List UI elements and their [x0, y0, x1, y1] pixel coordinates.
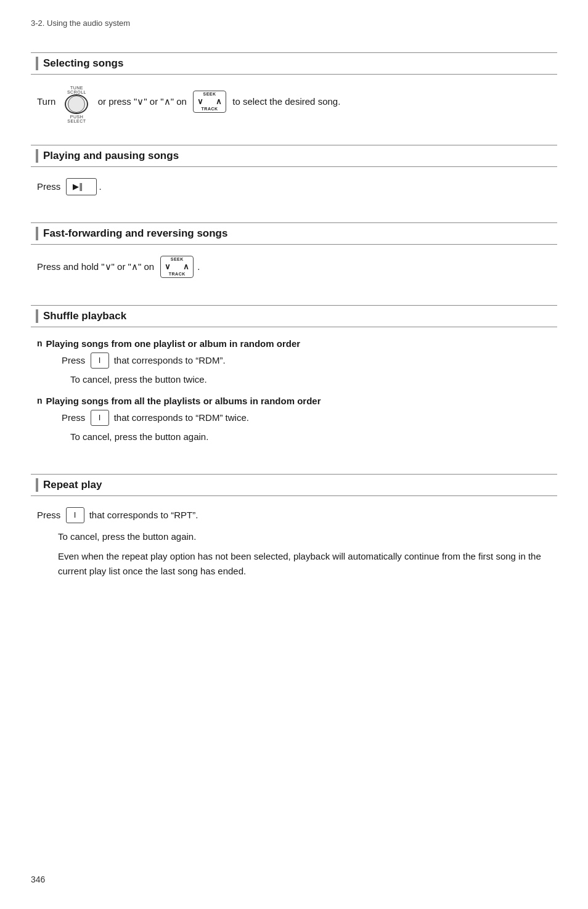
- press-hold-label: Press and hold: [37, 259, 99, 274]
- section-accent: [36, 57, 38, 70]
- section-accent-5: [36, 478, 38, 492]
- seek-label: SEEK: [203, 92, 216, 97]
- section-accent-4: [36, 309, 38, 323]
- section-repeat-play: Repeat play Press I that corresponds to …: [31, 474, 557, 590]
- arrow-down-ff: ∨: [165, 262, 171, 272]
- bullet-n-1: n: [37, 338, 43, 348]
- repeat-press-line: Press I that corresponds to “RPT”.: [37, 507, 551, 523]
- suffix-ff: .: [197, 259, 200, 274]
- track-label-ff: TRACK: [169, 272, 186, 277]
- section-header-repeat: Repeat play: [31, 474, 557, 496]
- section-accent-3: [36, 227, 38, 240]
- n-item-1-body: Press I that corresponds to “RDM”. To ca…: [37, 353, 551, 387]
- bullet-n-2: n: [37, 396, 43, 406]
- seek-track-inner: SEEK ∨ ∧ TRACK: [197, 92, 222, 112]
- or-text-1: or: [98, 94, 106, 109]
- on-text-1: on: [176, 94, 187, 109]
- seek-track-button: SEEK ∨ ∧ TRACK: [193, 91, 226, 113]
- repeat-note: Even when the repeat play option has not…: [37, 549, 551, 579]
- corresponds-rpt: that corresponds to “RPT”.: [89, 508, 198, 523]
- n-item-2: n Playing songs from all the playlists o…: [37, 396, 551, 444]
- seek-track-arrows: ∨ ∧: [197, 97, 222, 107]
- play-pause-symbol: ▶‖: [73, 181, 83, 194]
- section-header-ff: Fast-forwarding and reversing songs: [31, 222, 557, 245]
- section-title-repeat: Repeat play: [43, 479, 102, 491]
- press-shuffle-1: Press: [62, 353, 85, 368]
- n-item-1-title: Playing songs from one playlist or album…: [46, 338, 301, 349]
- section-header-playing: Playing and pausing songs: [31, 145, 557, 167]
- tune-knob-bottom-label: PUSHSELECT: [67, 115, 86, 123]
- seek-label-ff: SEEK: [171, 257, 184, 262]
- quote-up-ff: "∧": [128, 259, 142, 274]
- n-item-2-body: Press I that corresponds to “RDM” twice.…: [37, 410, 551, 444]
- selecting-line: Turn TUNESCROLL PUSHSELECT or press "∨" …: [37, 86, 551, 118]
- section-selecting-songs: Selecting songs Turn TUNESCROLL PUSHSELE…: [31, 52, 557, 130]
- n-item-1: n Playing songs from one playlist or alb…: [37, 338, 551, 387]
- section-fast-forward: Fast-forwarding and reversing songs Pres…: [31, 222, 557, 290]
- arrow-up-ff: ∧: [183, 262, 189, 272]
- section-header-selecting: Selecting songs: [31, 52, 557, 75]
- cancel-repeat: To cancel, press the button again.: [37, 529, 551, 544]
- section-shuffle: Shuffle playback n Playing songs from on…: [31, 305, 557, 459]
- breadcrumb: 3-2. Using the audio system: [31, 18, 557, 28]
- suffix-playing: .: [99, 179, 102, 194]
- btn-box-rdm-1: I: [91, 353, 109, 369]
- n-item-1-header: n Playing songs from one playlist or alb…: [37, 338, 551, 349]
- n-item-2-press-line: Press I that corresponds to “RDM” twice.: [49, 410, 551, 426]
- section-title-selecting: Selecting songs: [43, 57, 123, 70]
- section-body-selecting: Turn TUNESCROLL PUSHSELECT or press "∨" …: [31, 86, 557, 130]
- btn-i-label-1: I: [99, 354, 101, 367]
- tune-scroll-top-label: TUNESCROLL: [67, 86, 86, 94]
- page-number: 346: [31, 874, 45, 884]
- section-body-playing: Press ▶‖ .: [31, 178, 557, 208]
- press-text: press: [108, 94, 131, 109]
- press-label-play: Press: [37, 179, 60, 194]
- tune-knob-inner: [68, 96, 85, 113]
- btn-i-label-2: I: [99, 412, 101, 425]
- quote-down-1: "∨": [134, 94, 147, 109]
- press-shuffle-2: Press: [62, 410, 85, 425]
- btn-box-rdm-2: I: [91, 410, 109, 426]
- play-pause-button: ▶‖: [66, 178, 97, 195]
- quote-up-1: "∧": [160, 94, 174, 109]
- or-ff: or: [117, 259, 125, 274]
- on-ff: on: [144, 259, 154, 274]
- section-header-shuffle: Shuffle playback: [31, 305, 557, 327]
- section-title-playing: Playing and pausing songs: [43, 150, 179, 162]
- quote-down-ff: "∨": [101, 259, 115, 274]
- section-title-shuffle: Shuffle playback: [43, 310, 126, 322]
- tune-scroll-knob: TUNESCROLL PUSHSELECT: [62, 86, 91, 118]
- ff-line: Press and hold "∨" or "∧" on SEEK ∨ ∧ TR…: [37, 256, 551, 278]
- section-body-repeat: Press I that corresponds to “RPT”. To ca…: [31, 507, 557, 590]
- section-accent-2: [36, 149, 38, 163]
- btn-i-label-rpt: I: [74, 509, 76, 522]
- cancel-text-1: To cancel, press the button twice.: [49, 372, 551, 387]
- corresponds-2: that corresponds to “RDM” twice.: [114, 410, 249, 425]
- press-repeat: Press: [37, 508, 60, 523]
- tune-knob-circle: [65, 94, 88, 114]
- seek-track-button-ff: SEEK ∨ ∧ TRACK: [160, 256, 194, 278]
- turn-label: Turn: [37, 94, 55, 109]
- arrow-up: ∧: [216, 97, 222, 107]
- section-body-ff: Press and hold "∨" or "∧" on SEEK ∨ ∧ TR…: [31, 256, 557, 290]
- track-label: TRACK: [202, 107, 218, 112]
- cancel-text-2: To cancel, press the button again.: [49, 430, 551, 444]
- seek-track-arrows-ff: ∨ ∧: [165, 262, 189, 272]
- corresponds-1: that corresponds to “RDM”.: [114, 353, 226, 368]
- n-item-1-press-line: Press I that corresponds to “RDM”.: [49, 353, 551, 369]
- n-item-2-title: Playing songs from all the playlists or …: [46, 396, 321, 406]
- playing-line: Press ▶‖ .: [37, 178, 551, 195]
- arrow-down: ∨: [197, 97, 203, 107]
- section-body-shuffle: n Playing songs from one playlist or alb…: [31, 338, 557, 459]
- section-title-ff: Fast-forwarding and reversing songs: [43, 227, 227, 240]
- section-playing-pausing: Playing and pausing songs Press ▶‖ .: [31, 145, 557, 208]
- btn-box-rpt: I: [66, 507, 84, 523]
- suffix-selecting: to select the desired song.: [232, 94, 340, 109]
- seek-track-inner-ff: SEEK ∨ ∧ TRACK: [165, 257, 189, 277]
- n-item-2-header: n Playing songs from all the playlists o…: [37, 396, 551, 406]
- or-text-2: or: [150, 94, 158, 109]
